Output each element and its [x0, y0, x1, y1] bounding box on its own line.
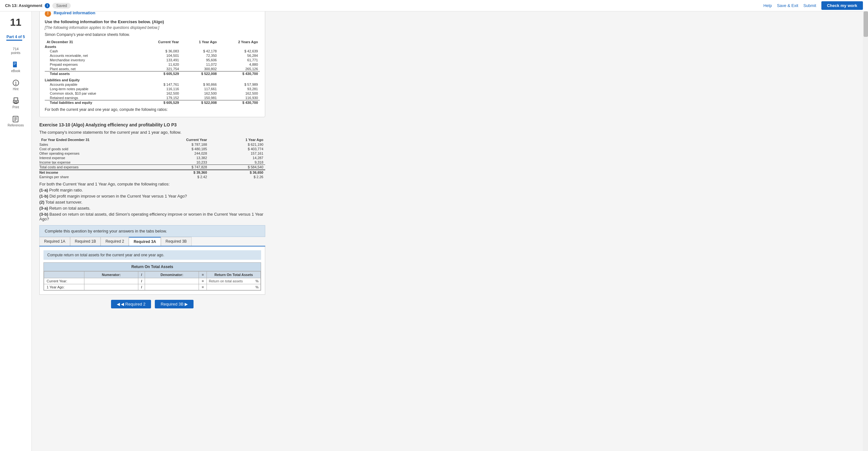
- top-bar-right: Help Save & Exit Submit Check my work: [763, 1, 863, 10]
- top-bar-left: Ch 13: Assignment i Saved: [5, 3, 71, 8]
- print-icon[interactable]: Print: [12, 97, 20, 109]
- question-number: 11: [10, 17, 22, 28]
- 1yr-result-cell: %: [207, 284, 261, 290]
- 1yr-ago-label: 1 Year Ago:: [44, 284, 84, 290]
- exercise-desc: The company's income statements for the …: [39, 130, 265, 135]
- table-row: 1 Year Ago: / = %: [44, 284, 261, 290]
- part-label: Part 4 of 5: [6, 35, 25, 39]
- instruction-1b: (1-b) Did profit margin improve or worse…: [39, 194, 265, 198]
- next-button[interactable]: Required 3B ▶: [155, 300, 193, 308]
- save-exit-link[interactable]: Save & Exit: [777, 3, 798, 8]
- ebook-label: eBook: [11, 69, 20, 73]
- prev-icon: ◀: [117, 302, 120, 307]
- instruction-1a: (1-a) Profit margin ratio.: [39, 188, 265, 193]
- balance-footer-note: For both the current year and one year a…: [45, 107, 260, 112]
- saved-badge: Saved: [52, 3, 71, 8]
- col-numerator: Numerator:: [84, 272, 138, 278]
- current-numerator-input[interactable]: [86, 279, 136, 283]
- tabs-container: Required 1A Required 1B Required 2 Requi…: [39, 237, 265, 247]
- scrollbar-track[interactable]: [863, 11, 868, 320]
- tab-req2[interactable]: Required 2: [100, 237, 129, 246]
- instruction-3b: (3-b) Based on return on total assets, d…: [39, 212, 265, 221]
- other-op-label: Other operating expenses: [39, 151, 155, 156]
- eps-label: Earnings per share: [39, 175, 155, 179]
- part-underline: [6, 40, 22, 41]
- sidebar: 11 Part 4 of 5 714 points eBook Hint Pri…: [0, 11, 32, 320]
- prev-label: ◀ Required 2: [121, 302, 145, 307]
- 1yr-percent: %: [255, 285, 258, 289]
- 1yr-numerator-cell[interactable]: [84, 284, 138, 290]
- current-denominator-cell[interactable]: [145, 278, 199, 284]
- inventory-label: Merchandise inventory: [45, 58, 138, 62]
- div-sign-1yr: /: [138, 284, 145, 290]
- 1yr-denominator-cell[interactable]: [145, 284, 199, 290]
- ar-label: Accounts receivable, net: [45, 53, 138, 58]
- current-numerator-cell[interactable]: [84, 278, 138, 284]
- svg-rect-7: [14, 98, 18, 101]
- tab-req3a[interactable]: Required 3A: [129, 237, 161, 246]
- tax-label: Income tax expense: [39, 160, 155, 165]
- rota-table-wrapper: Return On Total Assets Numerator: / Deno…: [43, 262, 261, 291]
- scrollbar-thumb[interactable]: [864, 11, 868, 37]
- div-sign-current: /: [138, 278, 145, 284]
- complete-box-text: Complete this question by entering your …: [45, 229, 167, 233]
- svg-point-6: [16, 84, 16, 84]
- 1yr-denominator-input[interactable]: [147, 285, 197, 289]
- prev-button[interactable]: ◀ ◀ Required 2: [111, 300, 151, 308]
- references-label: References: [8, 123, 24, 127]
- hint-label: Hint: [13, 87, 19, 91]
- exercise-title: Exercise 13-10 (Algo) Analyzing efficien…: [39, 122, 265, 128]
- tab-req3b[interactable]: Required 3B: [161, 237, 192, 246]
- hint-icon[interactable]: Hint: [12, 79, 20, 91]
- interest-label: Interest expense: [39, 156, 155, 160]
- current-percent: %: [255, 279, 258, 283]
- col-label: [44, 272, 84, 278]
- info-icon[interactable]: i: [45, 3, 50, 8]
- current-denominator-input[interactable]: [147, 279, 197, 283]
- ltnp-label: Long-term notes payable: [45, 87, 138, 91]
- instruction-2: (2) Total asset turnover.: [39, 200, 265, 204]
- svg-rect-3: [13, 64, 15, 65]
- total-assets-label: Total assets: [45, 72, 138, 76]
- help-link[interactable]: Help: [763, 3, 772, 8]
- rota-table: Numerator: / Denominator: = Return On To…: [44, 271, 261, 290]
- tab-desc-text: Compute return on total assets for the c…: [47, 253, 164, 257]
- req-info-intro: Simon Company's year-end balance sheets …: [45, 32, 260, 37]
- current-result-cell: Return on total assets %: [207, 278, 261, 284]
- common-stock-label: Common stock, $10 par value: [45, 91, 138, 95]
- col-denominator: Denominator:: [145, 272, 199, 278]
- top-bar: Ch 13: Assignment i Saved Help Save & Ex…: [0, 0, 868, 11]
- is-col-spacer: [209, 137, 218, 142]
- bs-col-current: Current Year: [138, 39, 181, 45]
- 1yr-numerator-input[interactable]: [86, 285, 136, 289]
- req-info-italic: [The following information applies to th…: [45, 25, 260, 30]
- references-icon[interactable]: References: [8, 115, 24, 127]
- equals-sign-1yr: =: [199, 284, 207, 290]
- tab-req1a[interactable]: Required 1A: [39, 237, 70, 246]
- col-div: /: [138, 272, 145, 278]
- content-area: ! Required information Use the following…: [32, 0, 273, 320]
- tab-desc: Compute return on total assets for the c…: [43, 250, 261, 260]
- is-col-1yr: 1 Year Ago: [217, 137, 265, 142]
- ratio-instructions: For both the Current Year and 1 Year Ago…: [39, 182, 265, 221]
- print-label: Print: [12, 106, 19, 109]
- table-row: Current Year: / = Return on total assets…: [44, 278, 261, 284]
- sales-label: Sales: [39, 142, 155, 147]
- tab-req1b[interactable]: Required 1B: [70, 237, 101, 246]
- ap-label: Accounts payable: [45, 82, 138, 87]
- next-label: Required 3B: [160, 302, 185, 307]
- is-col-label: For Year Ended December 31: [39, 137, 155, 142]
- points-label: points: [11, 51, 20, 55]
- income-statement-table: For Year Ended December 31 Current Year …: [39, 137, 265, 179]
- assets-header: Assets: [45, 45, 260, 49]
- instruction-3a: (3-a) Return on total assets.: [39, 206, 265, 210]
- page-title: Ch 13: Assignment: [5, 3, 42, 8]
- ebook-icon[interactable]: eBook: [11, 61, 20, 73]
- equals-sign-current: =: [199, 278, 207, 284]
- current-year-label: Current Year:: [44, 278, 84, 284]
- bs-col-1yr: 1 Year Ago: [181, 39, 219, 45]
- prepaid-label: Prepaid expenses: [45, 62, 138, 67]
- submit-link[interactable]: Submit: [803, 3, 816, 8]
- liab-equity-header: Liabilities and Equity: [45, 78, 260, 82]
- check-my-work-button[interactable]: Check my work: [822, 1, 863, 10]
